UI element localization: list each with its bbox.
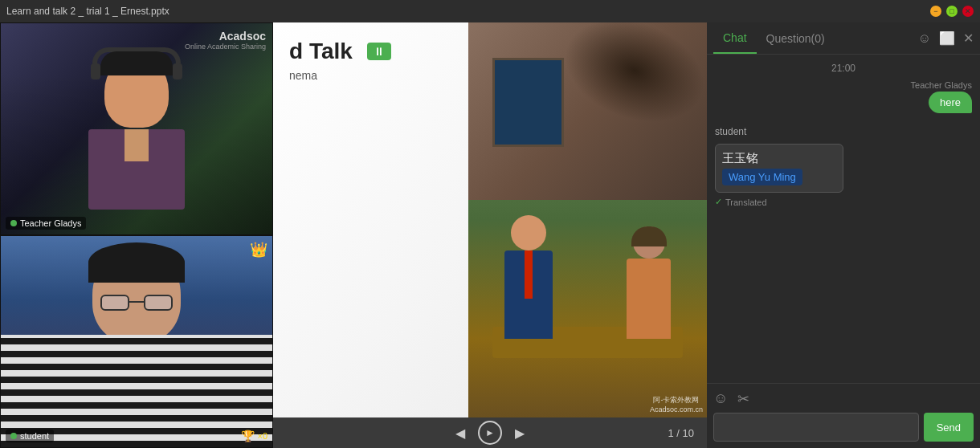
maximize-button[interactable]: □: [946, 6, 958, 17]
translated-text: Wang Yu Ming: [722, 169, 802, 185]
student-video-slot: 👑 student 🏆 ×0: [0, 235, 273, 448]
teacher-label: Teacher Gladys: [6, 217, 86, 230]
trophy-icon: 🏆: [241, 430, 255, 442]
chat-header-icons: ☺ ⬜ ✕: [918, 31, 974, 46]
slide-title-area: d Talk ⏸ nema: [289, 39, 391, 82]
slide-photo: 阿-卡索外教网 Acadsoc.com.cn: [468, 22, 707, 417]
student-video-bg: [1, 236, 272, 447]
acadsoc-logo: Acadsoc Online Academic Sharing: [185, 30, 266, 51]
check-icon: ✓: [715, 197, 722, 207]
student-section-label: student: [715, 126, 972, 137]
slide-subtitle: nema: [289, 69, 391, 82]
chat-panel: Chat Question(0) ☺ ⬜ ✕ 21:00 Teacher Gla…: [707, 22, 980, 448]
teacher-message: Teacher Gladys here: [911, 80, 972, 113]
teacher-name-label: Teacher Gladys: [911, 80, 972, 90]
play-button[interactable]: ►: [478, 421, 502, 445]
chat-toolbar: ☺ ✂: [713, 390, 974, 408]
chat-header: Chat Question(0) ☺ ⬜ ✕: [707, 22, 980, 55]
chinese-text: 王玉铭: [722, 151, 836, 166]
next-slide-button[interactable]: ▶: [502, 417, 537, 448]
translated-badge: ✓ Translated: [715, 197, 767, 207]
slide-bg: d Talk ⏸ nema: [273, 22, 707, 417]
presentation-area: d Talk ⏸ nema: [273, 22, 707, 448]
slide-counter: 1 / 10: [668, 427, 694, 439]
tab-chat[interactable]: Chat: [713, 22, 757, 54]
teacher-video-slot: Acadsoc Online Academic Sharing: [0, 22, 273, 235]
scissors-toolbar-icon[interactable]: ✂: [737, 390, 749, 408]
teacher-video-bg: Acadsoc Online Academic Sharing: [1, 23, 272, 234]
video-panel: Acadsoc Online Academic Sharing: [0, 22, 273, 448]
emoji-icon[interactable]: ☺: [918, 31, 931, 46]
chat-close-icon[interactable]: ✕: [963, 31, 974, 46]
expand-icon[interactable]: ⬜: [939, 31, 955, 46]
student-mic-icon: [10, 433, 17, 439]
prev-slide-button[interactable]: ◀: [443, 417, 478, 448]
student-message: 王玉铭 Wang Yu Ming ✓ Translated: [715, 144, 843, 207]
reward-label: 🏆 ×0: [241, 430, 267, 442]
student-input-box: 王玉铭 Wang Yu Ming: [715, 144, 843, 193]
mic-icon: [10, 220, 17, 226]
slide-title: d Talk: [289, 39, 353, 64]
close-button[interactable]: ✕: [962, 6, 974, 17]
tab-question[interactable]: Question(0): [757, 22, 835, 54]
teacher-bubble: here: [929, 92, 972, 113]
slide-controls: ◀ ► ▶ 1 / 10: [273, 417, 707, 448]
minimize-button[interactable]: −: [930, 6, 941, 17]
chat-messages: 21:00 Teacher Gladys here student 王玉铭 Wa…: [707, 55, 980, 383]
slide-pause-badge: ⏸: [367, 43, 391, 60]
crown-icon: 👑: [250, 241, 267, 259]
teacher-face: [104, 55, 169, 128]
student-face: [92, 246, 181, 343]
slide-watermark: 阿-卡索外教网 Acadsoc.com.cn: [650, 395, 703, 413]
send-button[interactable]: Send: [924, 413, 974, 442]
person-2: [627, 226, 671, 339]
emoji-toolbar-icon[interactable]: ☺: [713, 390, 728, 408]
slide-container: d Talk ⏸ nema: [273, 22, 707, 417]
chat-time: 21:00: [715, 63, 972, 74]
chat-footer: ☺ ✂ Send: [707, 383, 980, 448]
chat-input[interactable]: [713, 413, 919, 442]
person-1: [504, 215, 553, 339]
window-title: Learn and talk 2 _ trial 1 _ Ernest.pptx: [6, 6, 169, 17]
main-area: Acadsoc Online Academic Sharing: [0, 22, 980, 448]
chat-input-row: Send: [713, 413, 974, 442]
title-bar: Learn and talk 2 _ trial 1 _ Ernest.pptx…: [0, 0, 980, 22]
student-label: student: [6, 430, 54, 442]
window-controls: − □ ✕: [930, 6, 974, 17]
